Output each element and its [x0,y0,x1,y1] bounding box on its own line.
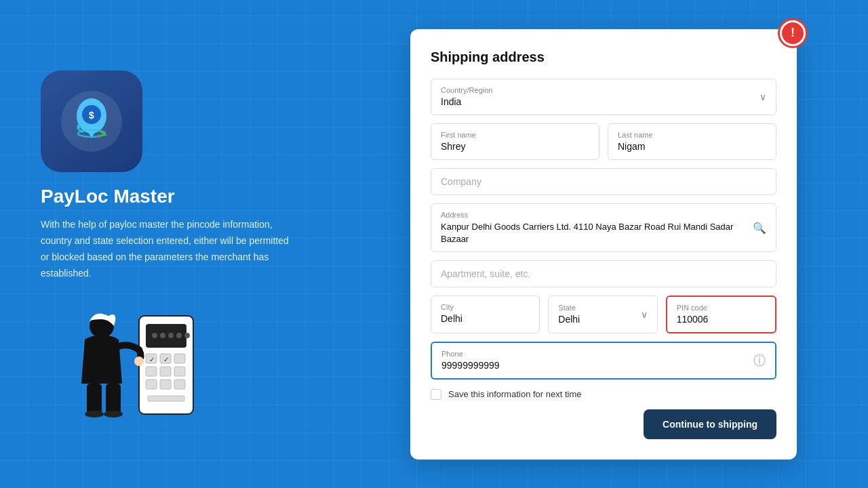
save-checkbox[interactable] [431,389,441,400]
state-label: State [558,304,580,312]
app-description: With the help of payloc master the pinco… [41,217,298,281]
first-name-value: Shrey [441,141,466,152]
svg-point-31 [104,411,123,418]
svg-rect-19 [174,367,185,376]
country-chevron-icon: ∨ [760,92,766,102]
svg-text:$: $ [89,110,94,121]
company-field[interactable]: Company [431,168,776,195]
app-icon: $ [41,70,142,172]
state-content: State Delhi [558,304,580,325]
pin-label: PIN code [677,304,766,312]
country-content: Country/Region India [441,86,492,108]
illustration-svg: ✓ ✓ [41,296,197,418]
svg-rect-21 [160,380,171,389]
svg-point-27 [134,357,144,366]
svg-point-11 [168,333,174,338]
apartment-placeholder: Apartment, suite, etc. [441,268,530,279]
address-group: Address Kanpur Delhi Goods Carriers Ltd.… [431,203,776,252]
address-search-icon: 🔍 [753,221,766,234]
first-name-label: First name [441,131,589,139]
svg-rect-28 [87,384,102,414]
illustration: ✓ ✓ [41,296,203,418]
save-label: Save this information for next time [448,389,582,399]
continue-button[interactable]: Continue to shipping [644,409,776,439]
phone-content: Phone 99999999999 [441,350,500,371]
phone-help-icon[interactable]: ⓘ [753,352,766,369]
svg-point-12 [176,333,182,338]
city-value: Delhi [441,313,462,324]
first-name-field[interactable]: First name Shrey [431,123,599,160]
city-field[interactable]: City Delhi [431,296,540,333]
svg-rect-22 [174,380,185,389]
svg-point-9 [152,333,157,338]
apartment-field[interactable]: Apartment, suite, etc. [431,260,776,287]
apartment-group: Apartment, suite, etc. [431,260,776,287]
alert-icon: ! [782,22,804,44]
svg-rect-16 [174,354,185,363]
svg-text:✓: ✓ [163,356,169,363]
country-group: Country/Region India ∨ [431,79,776,115]
country-label: Country/Region [441,86,492,94]
shipping-card: ! Shipping address Country/Region India … [410,29,797,460]
svg-point-13 [184,333,190,338]
phone-group: Phone 99999999999 ⓘ [431,342,776,380]
country-field[interactable]: Country/Region India ∨ [431,79,776,115]
phone-label: Phone [441,350,500,358]
svg-rect-29 [106,384,121,414]
svg-rect-23 [148,396,184,401]
phone-value: 99999999999 [441,360,500,371]
pin-code-field[interactable]: PIN code 110006 [666,296,776,333]
svg-text:✓: ✓ [149,356,155,363]
pin-value: 110006 [677,314,709,325]
last-name-label: Last name [618,131,766,139]
svg-point-30 [85,411,104,418]
svg-rect-18 [160,367,171,376]
address-label: Address [441,211,746,219]
name-row: First name Shrey Last name Nigam [431,123,776,160]
company-placeholder: Company [441,176,481,187]
right-panel: ! Shipping address Country/Region India … [339,16,868,473]
form-title: Shipping address [431,49,776,65]
city-label: City [441,303,530,311]
save-info-row: Save this information for next time [431,389,776,400]
state-chevron-icon: ∨ [641,309,648,320]
company-group: Company [431,168,776,195]
address-value: Kanpur Delhi Goods Carriers Ltd. 4110 Na… [441,222,733,244]
phone-field[interactable]: Phone 99999999999 ⓘ [431,342,776,380]
last-name-value: Nigam [618,141,645,152]
app-title: PayLoc Master [41,186,298,207]
alert-badge: ! [778,18,808,48]
state-field[interactable]: State Delhi ∨ [548,296,657,333]
address-field[interactable]: Address Kanpur Delhi Goods Carriers Ltd.… [431,203,776,252]
last-name-field[interactable]: Last name Nigam [608,123,776,160]
state-value: Delhi [558,314,580,325]
app-icon-svg: $ [51,81,132,162]
left-panel: $ PayLoc Master With the help of payloc … [0,43,339,444]
location-row: City Delhi State Delhi ∨ PIN code 110006 [431,296,776,333]
svg-rect-20 [146,380,157,389]
country-value: India [441,96,461,107]
svg-rect-17 [146,367,157,376]
svg-point-10 [160,333,165,338]
